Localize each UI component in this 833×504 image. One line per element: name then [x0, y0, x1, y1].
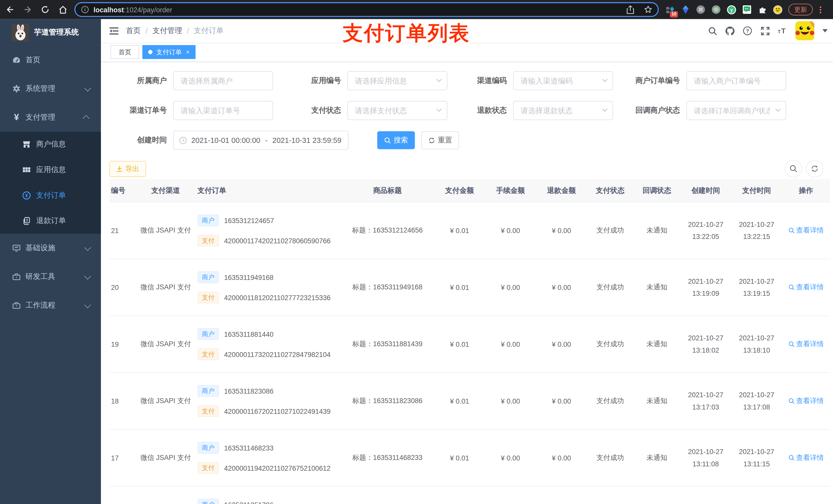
merchant-tag: 商户 — [197, 215, 219, 226]
grid-icon — [22, 166, 31, 174]
show-search-icon[interactable] — [785, 160, 802, 177]
view-detail-link[interactable]: 查看详情 — [788, 283, 824, 292]
refresh-icon[interactable] — [806, 160, 823, 177]
pay-order-no: 4200001174202110278060590766 — [224, 237, 331, 245]
sidebar-item-pay-order[interactable]: ¥ 支付订单 — [0, 183, 101, 208]
breadcrumb-item-current: 支付订单 — [194, 26, 223, 35]
refund-amount: ¥ 0.00 — [536, 397, 587, 405]
table-row: 20 微信 JSAPI 支付 商户 1635311949168 支付 42 — [110, 259, 830, 316]
search-button[interactable]: 搜索 — [377, 131, 415, 149]
date-range-input[interactable]: 2021-10-01 00:00:00 - 2021-10-31 23:59:5… — [173, 130, 348, 150]
page-content: 所属商户 应用编号 渠道编码 商户订单编号 渠道订单号 — [101, 62, 833, 504]
sidebar-item-infra[interactable]: 基础设施 — [0, 234, 101, 263]
github-icon[interactable] — [725, 26, 735, 35]
breadcrumb-item[interactable]: 支付管理 — [152, 26, 182, 35]
create-time: 2021-10-27 13:19:09 — [680, 275, 731, 299]
ext-puzzle-icon[interactable] — [758, 5, 767, 14]
chevron-up-icon — [83, 115, 89, 121]
address-bar[interactable]: localhost:1024/pay/order — [74, 2, 659, 17]
back-icon[interactable] — [5, 5, 15, 14]
browser-menu-icon[interactable] — [819, 6, 823, 13]
bookmark-star-icon[interactable] — [644, 5, 652, 14]
extension-badge: 10 — [670, 11, 678, 18]
export-button[interactable]: 导出 — [110, 161, 146, 177]
forward-icon[interactable] — [23, 5, 32, 14]
ext-tag-icon[interactable]: 10 — [665, 5, 675, 14]
update-button[interactable]: 更新 — [788, 4, 813, 16]
view-detail-link[interactable]: 查看详情 — [788, 453, 824, 462]
reset-button[interactable]: 重置 — [421, 131, 459, 149]
pay-tag: 支付 — [197, 405, 219, 417]
url-host: localhost — [94, 6, 124, 14]
view-detail-link[interactable]: 查看详情 — [788, 339, 824, 349]
hamburger-icon[interactable] — [101, 27, 126, 35]
ext-chat-icon[interactable] — [742, 5, 752, 14]
refund-status-select[interactable] — [513, 101, 613, 120]
view-detail-link[interactable]: 查看详情 — [788, 225, 824, 235]
ext-emoji-icon[interactable] — [773, 5, 783, 14]
pay-channel: 微信 JSAPI 支付 — [134, 396, 198, 406]
refund-amount: ¥ 0.00 — [536, 226, 587, 235]
field-label: 商户订单编号 — [625, 76, 680, 86]
pay-order-cell: 商户 1635311949168 支付 42000011812021102777… — [197, 271, 341, 303]
gear-icon — [12, 85, 21, 93]
sidebar-item-merchant-info[interactable]: 商户信息 — [0, 131, 101, 157]
sidebar-item-dev-tools[interactable]: 研发工具 — [0, 263, 101, 291]
merchant-order-no: 1635312124657 — [224, 216, 274, 224]
channel-order-no-input[interactable] — [173, 101, 273, 120]
fullscreen-icon[interactable] — [760, 26, 770, 35]
breadcrumb-item[interactable]: 首页 — [126, 26, 141, 35]
sidebar-item-label: 系统管理 — [26, 84, 55, 94]
app-filter-select[interactable] — [347, 71, 447, 90]
tab-pay-order[interactable]: 支付订单 × — [142, 45, 195, 59]
magnifier-icon — [788, 227, 794, 234]
orders-table: 编号 支付渠道 支付订单 商品标题 支付金额 手续金额 退款金额 支付状态 回调… — [110, 179, 830, 504]
ext-kite-icon[interactable] — [681, 5, 690, 14]
merchant-filter-input[interactable] — [173, 71, 273, 90]
pay-status-select[interactable] — [347, 101, 447, 120]
dashboard-icon — [12, 56, 21, 64]
filter-merchant: 所属商户 — [110, 71, 273, 90]
pay-submenu: 商户信息 应用信息 ¥ 支付订单 退款订单 — [0, 131, 101, 234]
tab-home[interactable]: 首页 — [111, 45, 139, 59]
date-start: 2021-10-01 00:00:00 — [191, 136, 261, 144]
pay-time: 2021-10-27 13:18:10 — [731, 332, 782, 356]
merchant-order-no-input[interactable] — [687, 71, 786, 90]
info-icon[interactable] — [81, 5, 89, 14]
share-icon[interactable] — [626, 5, 634, 14]
help-icon[interactable]: ? — [743, 26, 752, 35]
callback-status-select[interactable] — [687, 101, 786, 120]
avatar[interactable] — [795, 21, 814, 41]
filter-callback-status: 回调商户状态 — [625, 101, 786, 120]
sidebar-item-refund-order[interactable]: 退款订单 — [0, 208, 101, 234]
reload-icon[interactable] — [41, 5, 50, 14]
filter-channel-order-no: 渠道订单号 — [110, 101, 273, 120]
ext-command-icon[interactable]: ⌘ — [696, 5, 706, 14]
home-icon[interactable] — [58, 5, 67, 14]
fee-amount: ¥ 0.00 — [485, 226, 536, 235]
avatar-caret-icon[interactable] — [823, 29, 828, 32]
sidebar-item-home[interactable]: 首页 — [0, 46, 101, 74]
column-header: 编号 — [110, 186, 134, 195]
sidebar-item-label: 商户信息 — [36, 140, 66, 149]
sidebar-item-pay[interactable]: ¥ 支付管理 — [0, 103, 101, 131]
search-icon[interactable] — [708, 26, 717, 35]
merchant-order-no: 1635311468233 — [224, 444, 273, 452]
sidebar: 芋道管理系统 首页 系统管理 ¥ 支付管理 商户信息 — [0, 19, 101, 504]
ext-record-icon[interactable] — [711, 5, 721, 14]
view-detail-link[interactable]: 查看详情 — [788, 396, 824, 406]
url-path: :1024/pay/order — [124, 6, 172, 14]
ext-vue-devtools-icon[interactable]: y — [727, 5, 736, 14]
channel-code-select[interactable] — [513, 71, 613, 90]
font-size-icon[interactable]: TT — [778, 26, 787, 35]
merchant-order-no: 1635311351796 — [224, 501, 273, 504]
fee-amount: ¥ 0.00 — [485, 340, 536, 348]
column-header: 支付渠道 — [134, 186, 198, 195]
close-icon[interactable]: × — [186, 48, 190, 56]
sidebar-item-app-info[interactable]: 应用信息 — [0, 157, 101, 183]
magnifier-icon — [788, 398, 794, 404]
toolbox-icon — [12, 272, 21, 281]
sidebar-item-system[interactable]: 系统管理 — [0, 74, 101, 103]
filter-create-time: 创建时间 2021-10-01 00:00:00 - 2021-10-31 23… — [110, 130, 348, 150]
sidebar-item-workflow[interactable]: 工作流程 — [0, 291, 101, 320]
